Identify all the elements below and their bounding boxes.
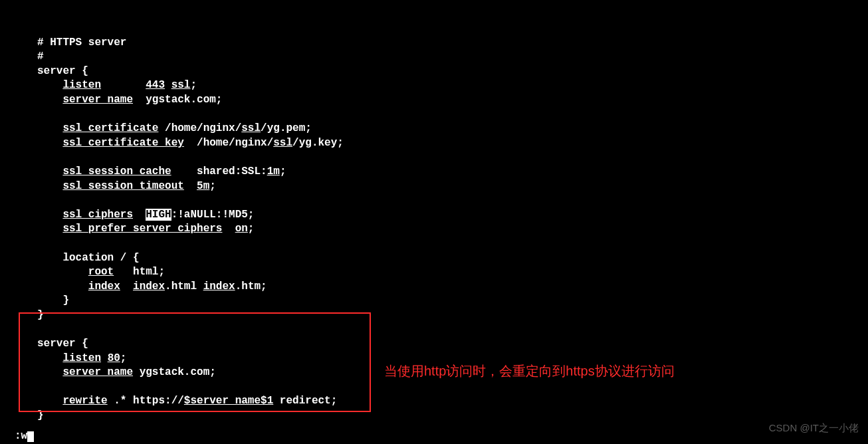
index-file-2-ext: .htm;: [235, 280, 267, 292]
ssl-session-cache-directive: ssl_session_cache: [62, 166, 171, 177]
root-directive: root: [88, 266, 114, 278]
server-name-value: ygstack.com;: [133, 94, 222, 106]
ssl-cert-key-directive: ssl_certificate_key: [62, 137, 183, 149]
server-name2-value: ygstack.com;: [133, 366, 216, 378]
vim-command: :w: [15, 430, 27, 442]
index-file-1: index: [133, 280, 165, 292]
server-block-close: }: [37, 309, 44, 321]
comment-hash: #: [37, 51, 44, 62]
listen-ssl: ssl: [171, 79, 191, 91]
ssl-dir: ssl: [241, 122, 261, 134]
ssl-ciphers-rest: :!aNULL:!MD5;: [171, 209, 255, 221]
listen-port: 443: [146, 79, 165, 91]
rewrite-variable: $server_name$1: [184, 395, 273, 407]
ssl-ciphers-high: HIGH: [146, 209, 171, 221]
vim-statusline[interactable]: :w: [15, 429, 34, 444]
watermark-text: CSDN @IT之一小佬: [769, 421, 859, 435]
cursor-icon: [27, 431, 34, 442]
rewrite-post: redirect;: [273, 395, 337, 407]
ssl-dir-2: ssl: [273, 137, 292, 149]
ssl-cert-key-path-pre: /home/nginx/: [184, 137, 273, 149]
index-directive: index: [88, 280, 120, 292]
ssl-cert-key-file: /yg.key;: [292, 137, 344, 149]
location-block-close: }: [62, 294, 69, 306]
annotation-text: 当使用http访问时，会重定向到https协议进行访问: [384, 362, 675, 380]
ssl-cert-directive: ssl_certificate: [62, 122, 158, 134]
rewrite-directive: rewrite: [62, 395, 107, 407]
comment-https: # HTTPS server: [37, 37, 126, 49]
index-file-1-ext: .html: [165, 280, 203, 292]
listen2-directive: listen: [62, 352, 101, 364]
ssl-session-cache-time: 1m: [267, 166, 280, 177]
index-file-2: index: [203, 280, 235, 292]
server-name-directive: server_name: [62, 94, 133, 106]
ssl-cert-path-pre: /home/nginx/: [158, 122, 241, 134]
ssl-prefer-directive: ssl_prefer_server_ciphers: [62, 223, 222, 235]
server-name2-directive: server_name: [62, 366, 133, 378]
ssl-ciphers-directive: ssl_ciphers: [62, 209, 133, 221]
listen-directive: listen: [62, 79, 101, 91]
server2-block-close: }: [37, 409, 44, 421]
listen2-port: 80: [108, 352, 120, 364]
ssl-session-timeout-value: 5m: [197, 180, 209, 192]
ssl-session-timeout-directive: ssl_session_timeout: [62, 180, 183, 192]
location-block-open: location / {: [62, 252, 139, 264]
ssl-session-cache-value: shared:SSL:: [171, 166, 267, 177]
ssl-prefer-on: on: [235, 223, 248, 235]
ssl-cert-file: /yg.pem;: [261, 122, 312, 134]
config-editor: # HTTPS server # server { listen 443 ssl…: [0, 0, 868, 423]
server2-block-open: server {: [37, 338, 88, 350]
server-block-open: server {: [37, 65, 88, 77]
rewrite-pattern-pre: .* https://: [108, 395, 184, 407]
root-value: html;: [114, 266, 165, 278]
